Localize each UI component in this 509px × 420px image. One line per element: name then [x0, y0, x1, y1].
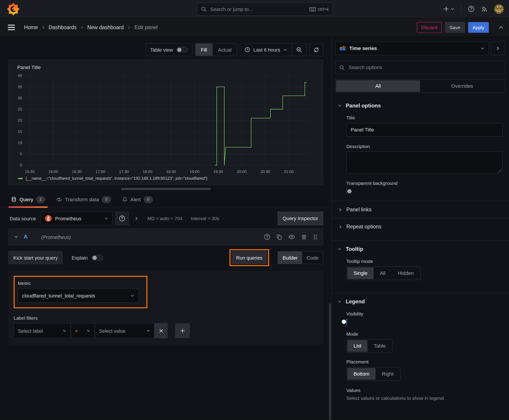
- left-pane-scrollbar[interactable]: [329, 303, 331, 420]
- repeat-options-section[interactable]: Repeat options: [332, 218, 509, 235]
- transparent-background-label: Transparent background: [346, 181, 502, 186]
- collapse-query-chevron-icon[interactable]: [14, 235, 18, 239]
- datasource-picker[interactable]: Prometheus: [41, 211, 113, 225]
- legend-header[interactable]: Legend: [332, 293, 509, 306]
- time-series-chart[interactable]: 051015202530354015:3016:0016:3017:0017:3…: [13, 71, 314, 176]
- operator-dropdown[interactable]: =: [71, 323, 95, 338]
- query-help-icon[interactable]: [264, 233, 270, 240]
- tooltip-mode-hidden[interactable]: Hidden: [392, 267, 420, 279]
- refresh-button[interactable]: [309, 43, 323, 56]
- collapse-panel-chevron-up-icon[interactable]: [498, 25, 504, 30]
- tooltip-mode-single[interactable]: Single: [347, 267, 374, 279]
- grafana-logo-icon[interactable]: [7, 3, 20, 15]
- chevron-down-icon: [451, 7, 455, 11]
- run-queries-button[interactable]: Run queries: [231, 251, 267, 264]
- legend-visibility-label: Visibility: [346, 311, 502, 316]
- chevron-down-icon: [146, 329, 150, 333]
- tooltip-header[interactable]: Tooltip: [332, 241, 509, 253]
- panel-links-section[interactable]: Panel links: [332, 201, 509, 218]
- tab-overrides[interactable]: Overrides: [420, 80, 504, 92]
- tab-query[interactable]: Query 1: [10, 191, 46, 208]
- svg-text:17:30: 17:30: [119, 169, 129, 174]
- builder-option[interactable]: Builder: [278, 252, 302, 264]
- explain-toggle[interactable]: [91, 255, 103, 261]
- select-label-dropdown[interactable]: Select label: [14, 323, 71, 338]
- panel-resize-handle[interactable]: [121, 188, 211, 190]
- promql-builder-editor: Metric cloudflared_tunnel_total_requests…: [8, 270, 323, 345]
- query-row-header[interactable]: A (Prometheus): [8, 228, 323, 245]
- hide-query-eye-icon[interactable]: [288, 234, 295, 239]
- expand-options-chevron-icon[interactable]: [134, 216, 139, 221]
- chevron-down-icon: [86, 329, 91, 333]
- options-search-box[interactable]: [335, 60, 505, 74]
- discard-button[interactable]: Discard: [417, 22, 442, 33]
- options-search-input[interactable]: [348, 64, 501, 71]
- save-button[interactable]: Save: [445, 22, 465, 33]
- search-icon: [339, 65, 345, 70]
- svg-text:19:30: 19:30: [213, 169, 223, 174]
- transparent-background-toggle[interactable]: [346, 188, 347, 194]
- duplicate-query-icon[interactable]: [276, 234, 282, 240]
- label-filter-row: Select label = Select value: [14, 323, 318, 338]
- breadcrumb-new-dashboard[interactable]: New dashboard: [87, 24, 124, 30]
- add-filter-button[interactable]: [175, 323, 190, 338]
- apply-button[interactable]: Apply: [468, 22, 489, 33]
- annotation-box-run-queries: Run queries: [229, 249, 269, 266]
- global-search-box[interactable]: ctrl+k: [197, 3, 333, 16]
- svg-text:25: 25: [18, 107, 22, 112]
- menu-toggle-button[interactable]: [8, 25, 15, 30]
- drag-handle-icon[interactable]: [313, 234, 318, 240]
- chevron-down-icon: [338, 300, 342, 304]
- delete-query-trash-icon[interactable]: [301, 234, 307, 240]
- time-range-picker[interactable]: Last 6 hours: [240, 44, 291, 56]
- tab-all-options[interactable]: All: [336, 80, 420, 92]
- chart-legend[interactable]: {__name__="cloudflared_tunnel_total_requ…: [13, 176, 319, 182]
- query-inspector-button[interactable]: Query inspector: [277, 211, 323, 225]
- select-value-dropdown[interactable]: Select value: [95, 323, 154, 338]
- legend-placement-right[interactable]: Right: [376, 368, 400, 380]
- visualization-picker[interactable]: Time series: [335, 42, 489, 55]
- svg-text:18:30: 18:30: [166, 169, 176, 174]
- description-textarea[interactable]: [346, 151, 502, 173]
- tooltip-mode-all[interactable]: All: [374, 267, 392, 279]
- resize-grip-icon[interactable]: [498, 169, 501, 172]
- tooltip-mode-label: Tooltip mode: [346, 259, 502, 264]
- kick-start-query-button[interactable]: Kick start your query: [8, 251, 63, 264]
- legend-series-label[interactable]: {__name__="cloudflared_tunnel_total_requ…: [26, 176, 207, 181]
- user-avatar[interactable]: [494, 4, 504, 14]
- metric-select[interactable]: cloudflared_tunnel_total_requests: [18, 289, 139, 303]
- tooltip-mode-segment: Single All Hidden: [346, 267, 421, 280]
- new-menu-button[interactable]: [443, 6, 455, 12]
- search-icon: [201, 6, 207, 12]
- tab-alert[interactable]: Alert 0: [121, 191, 154, 208]
- toggle-viz-picker-button[interactable]: [491, 42, 505, 55]
- legend-values-hint: Select values or calculations to show in…: [346, 396, 502, 401]
- help-icon[interactable]: [468, 6, 474, 12]
- fill-option[interactable]: Fill: [195, 44, 213, 56]
- query-options-summary[interactable]: MD = auto = 704 Interval = 30s: [147, 216, 219, 221]
- annotation-box-metric: Metric cloudflared_tunnel_total_requests: [14, 276, 147, 308]
- time-range-label: Last 6 hours: [253, 47, 280, 52]
- datasource-help-button[interactable]: [115, 211, 129, 225]
- table-view-label: Table view: [150, 47, 173, 52]
- panel-options-header[interactable]: Panel options: [332, 97, 509, 110]
- code-option[interactable]: Code: [302, 252, 323, 264]
- panel-title-input[interactable]: [346, 123, 502, 137]
- svg-text:20:00: 20:00: [237, 169, 246, 174]
- legend-placement-bottom[interactable]: Bottom: [347, 368, 376, 380]
- legend-mode-table[interactable]: Table: [368, 340, 392, 352]
- table-view-toggle[interactable]: [176, 47, 188, 52]
- remove-filter-button[interactable]: [155, 323, 168, 338]
- tab-transform-data[interactable]: Transform data 0: [55, 191, 112, 208]
- query-ref-id: A: [24, 233, 28, 240]
- breadcrumb-home[interactable]: Home: [24, 24, 38, 30]
- visualization-toolbar: Table view Fill Actual Last 6 hours: [0, 37, 332, 59]
- news-rss-icon[interactable]: [481, 6, 488, 12]
- search-input[interactable]: [210, 6, 306, 12]
- actual-option[interactable]: Actual: [213, 44, 237, 56]
- breadcrumb-dashboards[interactable]: Dashboards: [49, 24, 77, 30]
- legend-mode-list[interactable]: List: [347, 340, 368, 352]
- legend-visibility-toggle[interactable]: [346, 319, 347, 325]
- zoom-out-time-button[interactable]: [292, 43, 306, 56]
- metric-label: Metric: [18, 281, 139, 286]
